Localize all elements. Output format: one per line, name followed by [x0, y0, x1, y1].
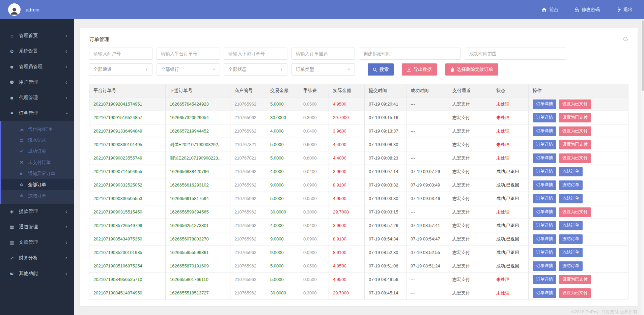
sidebar-item-articles[interactable]: ▥文章管理‹ — [0, 235, 74, 250]
cell-downstream-order-no: 1626656251273801 — [166, 219, 230, 232]
set-paid-button[interactable]: 设置为已支付 — [559, 140, 591, 149]
table-row: 2021071908572654979916266562512738012107… — [89, 219, 628, 232]
set-paid-button[interactable]: 设置为已支付 — [559, 113, 591, 122]
freeze-order-button[interactable]: 冻结订单 — [559, 248, 583, 257]
cell-pay-channel: 志宏支付 — [448, 232, 492, 246]
submenu-abnormal-orders[interactable]: ☛通知异常订单 — [1, 168, 74, 179]
sidebar-item-agents[interactable]: ☻代理管理‹ — [0, 90, 74, 106]
channel-select[interactable]: 全部通道▼ — [89, 63, 152, 76]
cell-merchant-no: 210765962 — [230, 205, 266, 219]
cell-actions: 订单详情设置为已支付 — [529, 111, 628, 124]
set-paid-button[interactable]: 设置为已支付 — [559, 153, 591, 163]
order-detail-button[interactable]: 订单详情 — [533, 153, 556, 163]
order-detail-button[interactable]: 订单详情 — [533, 194, 556, 203]
sidebar-item-finance[interactable]: ↗财务分析‹ — [0, 250, 74, 266]
submenu-success-orders[interactable]: ✔成功订单 — [1, 146, 74, 157]
cell-status: 成功,已返回 — [492, 165, 529, 178]
column-header: 下游订单号 — [166, 84, 230, 97]
success-time-input[interactable] — [465, 48, 566, 60]
refresh-icon[interactable] — [623, 36, 628, 43]
cell-success-time: 07-19 08:51:24 — [407, 259, 448, 273]
cell-fee: 0.0900 — [299, 246, 329, 259]
frontend-link[interactable]: 前台 — [542, 7, 558, 13]
cell-downstream-order-no: 1626657219944452 — [166, 124, 230, 138]
order-detail-button[interactable]: 订单详情 — [533, 275, 556, 284]
set-paid-button[interactable]: 设置为已支付 — [559, 126, 591, 136]
order-detail-button[interactable]: 订单详情 — [533, 288, 556, 298]
order-type-select[interactable]: 订单类型▼ — [291, 63, 355, 76]
order-detail-button[interactable]: 订单详情 — [533, 248, 556, 257]
column-header: 实际金额 — [329, 84, 365, 97]
search-button[interactable]: 搜索 — [368, 63, 394, 76]
bank-select[interactable]: 全部银行▼ — [157, 63, 220, 76]
merchant-no-input[interactable] — [89, 48, 152, 60]
cell-trade-amount: 4.0000 — [266, 219, 299, 232]
table-row: 2021071908543497535016266560788032702107… — [89, 232, 628, 246]
set-paid-button[interactable]: 设置为已支付 — [559, 99, 591, 109]
sidebar: ⌂管理首页‹⚙系统设置‹☻管理员管理‹⚉用户管理‹☻代理管理‹≡订单管理‹☁代付… — [0, 19, 74, 315]
cell-submit-time: 07-19 08:54:34 — [365, 232, 407, 246]
chevron-left-icon: ‹ — [65, 240, 67, 245]
order-detail-button[interactable]: 订单详情 — [533, 140, 556, 149]
scrollbar-thumb[interactable] — [642, 20, 644, 91]
cell-fee: 0.0500 — [299, 273, 329, 286]
sidebar-item-label: 代理管理 — [19, 95, 65, 101]
freeze-order-button[interactable]: 冻结订单 — [559, 194, 583, 203]
change-password-link[interactable]: 修改密码 — [575, 7, 600, 13]
cell-platform-order-no: 20210719092041574951 — [89, 97, 166, 111]
freeze-order-button[interactable]: 冻结订单 — [559, 234, 583, 244]
export-data-button[interactable]: 导出数据 — [402, 63, 437, 76]
current-user[interactable]: admin — [8, 3, 39, 16]
submenu-unpaid-orders[interactable]: ✖未支付订单 — [1, 157, 74, 168]
submenu-frozen-orders[interactable]: ❄冻结订单 — [1, 190, 74, 201]
cell-merchant-no: 210765962 — [230, 232, 266, 246]
cell-merchant-no: 210765962 — [230, 111, 266, 124]
cell-actions: 订单详情冻结订单 — [529, 259, 628, 273]
submenu-flow-records[interactable]: ▤流水记录 — [1, 135, 74, 146]
order-detail-button[interactable]: 订单详情 — [533, 221, 556, 230]
page-scrollbar[interactable] — [641, 19, 644, 315]
set-paid-button[interactable]: 设置为已支付 — [559, 207, 591, 217]
sidebar-item-other[interactable]: ☯其他功能‹ — [0, 266, 74, 281]
order-desc-input[interactable] — [291, 48, 355, 60]
downstream-order-input[interactable] — [224, 48, 287, 60]
freeze-order-button[interactable]: 冻结订单 — [559, 221, 583, 230]
order-detail-button[interactable]: 订单详情 — [533, 167, 556, 176]
order-detail-button[interactable]: 订单详情 — [533, 207, 556, 217]
status-select[interactable]: 全部状态▼ — [224, 63, 287, 76]
sidebar-item-dashboard[interactable]: ⌂管理首页‹ — [0, 28, 74, 44]
sidebar-item-channels[interactable]: ▦通道管理‹ — [0, 219, 74, 235]
order-detail-button[interactable]: 订单详情 — [533, 99, 556, 109]
sidebar-item-users[interactable]: ⚉用户管理‹ — [0, 75, 74, 90]
cell-merchant-no: 210765962 — [230, 259, 266, 273]
set-paid-button[interactable]: 设置为已支付 — [559, 288, 591, 298]
cell-status: 未处理 — [492, 138, 529, 151]
order-detail-button[interactable]: 订单详情 — [533, 126, 556, 136]
submenu-all-orders[interactable]: ☺全部订单 — [1, 179, 74, 190]
cell-platform-order-no: 20210719090714504955 — [89, 165, 166, 178]
create-time-input[interactable] — [359, 48, 461, 60]
signout-icon — [616, 7, 621, 12]
order-detail-button[interactable]: 订单详情 — [533, 180, 556, 190]
sidebar-item-admins[interactable]: ☻管理员管理‹ — [0, 59, 74, 75]
freeze-order-button[interactable]: 冻结订单 — [559, 261, 583, 271]
set-paid-button[interactable]: 设置为已支付 — [559, 275, 591, 284]
sidebar-item-withdraw[interactable]: ◈提款管理‹ — [0, 204, 74, 219]
submenu-api-payout-orders[interactable]: ☁代付Api订单 — [1, 123, 74, 135]
order-detail-button[interactable]: 订单详情 — [533, 261, 556, 271]
cell-trade-amount: 5.0000 — [266, 151, 299, 165]
sidebar-item-orders[interactable]: ≡订单管理‹ — [0, 106, 74, 121]
cell-merchant-no: 210765962 — [230, 246, 266, 259]
delete-invalid-orders-button[interactable]: 选择删除无效订单 — [445, 63, 498, 76]
column-header: 提交时间 — [365, 84, 407, 97]
freeze-order-button[interactable]: 冻结订单 — [559, 180, 583, 190]
platform-order-input[interactable] — [157, 48, 220, 60]
freeze-order-button[interactable]: 冻结订单 — [559, 167, 583, 176]
user-circle-icon: ☻ — [8, 64, 15, 69]
logout-link[interactable]: 退出 — [616, 7, 633, 13]
sidebar-item-label: 财务分析 — [19, 255, 65, 261]
order-detail-button[interactable]: 订单详情 — [533, 234, 556, 244]
sidebar-item-system[interactable]: ⚙系统设置‹ — [0, 44, 74, 59]
cell-fee: 0.0500 — [299, 192, 329, 205]
order-detail-button[interactable]: 订单详情 — [533, 113, 556, 122]
